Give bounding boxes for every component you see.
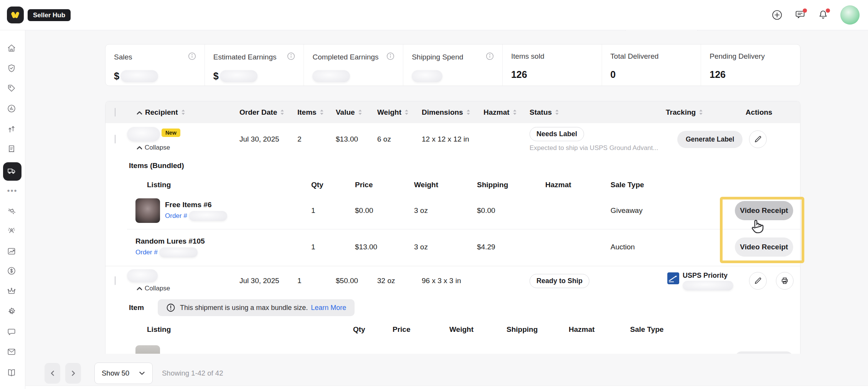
info-icon[interactable] [386, 52, 394, 62]
sidebar-item-shipments[interactable] [3, 162, 21, 181]
edit-button[interactable] [749, 130, 767, 148]
sidebar-item-settings[interactable] [7, 307, 18, 318]
stats-summary-bar: Sales $ Estimated Earnings $ Completed E… [105, 44, 800, 86]
sidebar-item-trends[interactable] [7, 246, 18, 257]
info-icon[interactable] [287, 52, 295, 62]
info-icon[interactable] [486, 52, 494, 62]
stat-value: 126 [511, 69, 593, 80]
col-status[interactable]: Status [530, 108, 552, 117]
row-checkbox[interactable] [115, 276, 116, 285]
video-receipt-button[interactable]: Video Receipt [735, 201, 793, 220]
package-icon [7, 207, 18, 218]
col-items[interactable]: Items [297, 108, 317, 117]
sidebar-item-chat[interactable] [7, 327, 18, 338]
notifications-button[interactable] [817, 9, 829, 21]
printer-icon [781, 277, 789, 285]
whatnot-logo[interactable] [7, 7, 24, 23]
sort-icon[interactable] [280, 109, 285, 116]
tracking-number-redacted [683, 281, 733, 290]
topbar-actions [771, 0, 868, 30]
receipt-icon [7, 144, 18, 155]
col-hazmat[interactable]: Hazmat [484, 108, 510, 117]
sidebar-item-guide[interactable] [7, 368, 18, 379]
stat-value-prefix: $ [114, 71, 119, 82]
col-weight: Weight [449, 325, 507, 334]
redacted-value [312, 70, 350, 82]
order-value: $50.00 [336, 277, 377, 285]
collapse-toggle[interactable]: Collapse [127, 144, 239, 152]
sidebar-item-more[interactable]: ••• [7, 186, 18, 195]
generate-label-button[interactable]: Generate Label [677, 131, 743, 148]
page-size-value: Show 50 [102, 369, 129, 377]
sidebar-item-analytics[interactable] [7, 104, 18, 115]
messages-badge [803, 8, 807, 13]
sidebar-item-trust[interactable] [7, 64, 18, 74]
stat-estimated-earnings: Estimated Earnings $ [205, 45, 304, 86]
profile-avatar[interactable] [840, 5, 860, 25]
analytics-icon [7, 104, 18, 115]
col-weight[interactable]: Weight [377, 108, 401, 117]
sort-icon[interactable] [466, 109, 471, 116]
sidebar-item-home[interactable] [7, 43, 18, 54]
stat-label: Shipping Spend [412, 53, 463, 61]
collapse-toggle[interactable]: Collapse [127, 285, 239, 292]
col-order-date[interactable]: Order Date [239, 108, 277, 117]
sort-icon[interactable] [554, 109, 559, 116]
sort-icon[interactable] [404, 109, 409, 116]
col-value[interactable]: Value [336, 108, 355, 117]
shipments-truck-icon [7, 166, 18, 177]
col-tracking[interactable]: Tracking [666, 108, 696, 117]
print-button[interactable] [776, 272, 794, 290]
bundle-title: Items (Bundled) [106, 162, 800, 170]
col-sale-type: Sale Type [630, 325, 735, 334]
sort-icon[interactable] [512, 109, 517, 116]
sort-icon[interactable] [319, 109, 324, 116]
col-shipping: Shipping [477, 181, 545, 189]
edit-button[interactable] [749, 272, 767, 290]
select-all-checkbox[interactable] [115, 108, 116, 117]
video-receipt-button-partial[interactable] [735, 351, 793, 354]
usps-logo [667, 272, 679, 284]
sidebar-item-boost[interactable] [7, 124, 18, 135]
col-hazmat: Hazmat [545, 181, 611, 189]
col-dimensions[interactable]: Dimensions [422, 108, 463, 117]
create-button[interactable] [771, 9, 783, 21]
chevron-up-icon [137, 144, 142, 152]
messages-button[interactable] [794, 9, 806, 21]
sidebar-item-orders[interactable] [7, 144, 18, 155]
bundle-header-row: Listing Qty Price Weight Shipping Hazmat… [106, 179, 800, 191]
order-dimensions: 96 x 3 x 3 in [422, 277, 484, 285]
redacted-value [120, 70, 158, 82]
collapse-all-control[interactable] [137, 108, 142, 117]
info-icon[interactable] [188, 52, 196, 62]
sort-icon[interactable] [358, 109, 363, 116]
order-items: 2 [297, 135, 336, 143]
status-note: Expected to ship via USPS Ground Advant.… [530, 144, 666, 152]
order-number-link[interactable]: Order # [135, 249, 158, 256]
guide-book-icon [7, 368, 18, 379]
sidebar-item-rewards[interactable] [7, 287, 18, 297]
next-page-button[interactable] [65, 363, 81, 384]
status-badge: Ready to Ship [530, 274, 589, 288]
row-checkbox[interactable] [115, 135, 116, 143]
stat-label: Sales [114, 53, 132, 61]
bundled-items-section: Items (Bundled) Listing Qty Price Weight… [106, 155, 800, 266]
sidebar-item-community[interactable] [7, 226, 18, 237]
sidebar-item-mail[interactable] [7, 347, 18, 358]
page-size-select[interactable]: Show 50 [94, 363, 153, 384]
order-items: 1 [297, 277, 336, 285]
learn-more-link[interactable]: Learn More [311, 304, 346, 312]
payments-dollar-icon [7, 266, 18, 277]
seller-hub-label: Seller Hub [28, 9, 71, 21]
prev-page-button[interactable] [45, 363, 60, 384]
sort-icon[interactable] [181, 109, 186, 116]
col-recipient[interactable]: Recipient [145, 108, 178, 117]
more-ellipsis-icon: ••• [7, 186, 17, 195]
sidebar-item-packages[interactable] [7, 207, 18, 218]
sort-icon[interactable] [698, 109, 703, 116]
order-number-link[interactable]: Order # [165, 212, 187, 220]
sidebar-item-listings[interactable] [7, 84, 18, 94]
sidebar-item-payments[interactable] [7, 266, 18, 277]
video-receipt-button[interactable]: Video Receipt [735, 237, 793, 257]
col-qty: Qty [353, 325, 393, 334]
